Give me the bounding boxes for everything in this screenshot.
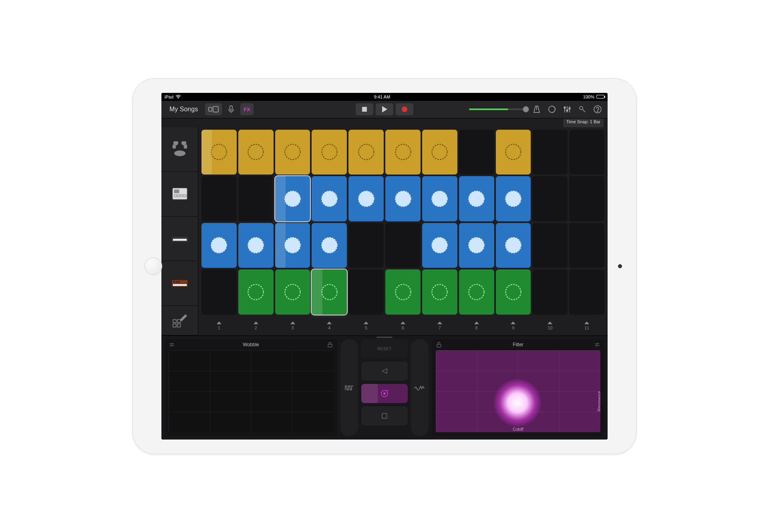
loop-cell[interactable] [348, 269, 384, 315]
lock-icon[interactable] [327, 341, 333, 348]
gater-strip[interactable] [340, 339, 358, 436]
column-trigger[interactable]: 2 [238, 316, 274, 335]
fx-panel: Wobble RESET [161, 335, 608, 440]
device-label: iPad [165, 94, 173, 99]
loop-cell[interactable] [459, 176, 494, 221]
loop-cell[interactable] [238, 176, 274, 221]
settings-button[interactable] [576, 103, 588, 115]
loop-cell[interactable] [496, 223, 531, 268]
svg-point-7 [569, 108, 570, 109]
column-trigger[interactable]: 5 [348, 316, 384, 335]
loop-cell[interactable] [238, 130, 274, 175]
column-trigger[interactable]: 4 [312, 316, 347, 335]
loop-cell[interactable] [496, 130, 531, 175]
wobble-xy-pad[interactable]: Wobble [165, 339, 337, 436]
loop-cell[interactable] [496, 269, 531, 315]
loop-cell[interactable] [275, 130, 310, 175]
master-volume-slider[interactable] [469, 108, 525, 110]
repeater-strip[interactable] [411, 339, 429, 436]
loop-cell[interactable] [201, 223, 237, 268]
view-switcher-button[interactable] [205, 103, 222, 115]
home-button[interactable] [145, 257, 162, 275]
loop-cell[interactable] [422, 176, 457, 221]
column-trigger[interactable]: 6 [385, 316, 421, 335]
loop-cell[interactable] [532, 269, 568, 315]
loop-cell[interactable] [385, 269, 421, 315]
svg-point-37 [285, 145, 300, 160]
loop-cell[interactable] [569, 130, 604, 175]
track-header-keyboard[interactable] [161, 217, 198, 261]
svg-point-43 [285, 191, 300, 206]
lock-icon[interactable] [436, 341, 442, 348]
loop-cell[interactable] [275, 269, 310, 315]
loop-cell[interactable] [201, 269, 237, 315]
column-trigger[interactable]: 10 [532, 316, 568, 335]
svg-rect-64 [328, 344, 332, 347]
svg-rect-32 [173, 324, 176, 327]
mic-button[interactable] [225, 103, 237, 115]
column-trigger[interactable]: 11 [569, 316, 604, 335]
play-button[interactable] [376, 103, 393, 115]
svg-rect-3 [230, 106, 232, 110]
time-snap-button[interactable]: Time Snap: 1 Bar [563, 118, 604, 127]
loop-cell[interactable] [238, 269, 274, 315]
loop-cell[interactable] [459, 130, 494, 175]
loop-cell[interactable] [569, 269, 604, 315]
column-trigger[interactable]: 9 [496, 316, 531, 335]
loop-cell[interactable] [201, 176, 237, 221]
svg-rect-34 [177, 324, 180, 327]
loop-cell[interactable] [348, 130, 384, 175]
column-trigger[interactable]: 3 [275, 316, 310, 335]
swap-icon[interactable] [169, 341, 175, 348]
my-songs-button[interactable]: My Songs [165, 106, 202, 113]
loop-cell[interactable] [569, 223, 604, 268]
loop-cell[interactable] [385, 176, 421, 221]
app-toolbar: My Songs FX [161, 101, 608, 118]
track-header-drums[interactable] [161, 127, 198, 172]
help-button[interactable] [592, 103, 604, 115]
loop-cell[interactable] [385, 223, 421, 268]
record-button[interactable] [396, 103, 413, 115]
loop-cell[interactable] [312, 269, 347, 315]
loop-cell[interactable] [201, 130, 237, 175]
svg-point-46 [395, 191, 411, 206]
wobble-label: Wobble [243, 342, 259, 347]
loop-cell[interactable] [459, 223, 494, 268]
loop-cell[interactable] [422, 223, 457, 268]
reset-button[interactable]: RESET [361, 339, 408, 358]
track-header-synth[interactable] [161, 261, 198, 306]
loop-cell[interactable] [385, 130, 421, 175]
loop-cell[interactable] [312, 130, 347, 175]
reverse-button[interactable] [361, 361, 408, 381]
loop-cell[interactable] [348, 223, 384, 268]
tape-stop-button[interactable] [361, 406, 408, 426]
loop-cell[interactable] [348, 176, 384, 221]
metronome-button[interactable] [531, 103, 543, 115]
fx-button[interactable]: FX [240, 103, 254, 115]
loop-cell[interactable] [496, 176, 531, 221]
loop-cell[interactable] [532, 223, 568, 268]
column-trigger[interactable]: 7 [422, 316, 457, 335]
track-header-drum-machine[interactable] [161, 172, 198, 217]
loop-cell[interactable] [532, 176, 568, 221]
loop-cell[interactable] [275, 223, 310, 268]
filter-xy-pad[interactable]: Filter Cutoff Resonance [432, 339, 604, 436]
loop-cell[interactable] [532, 130, 568, 175]
scratch-button[interactable] [361, 384, 408, 403]
loop-cell[interactable] [312, 223, 347, 268]
loop-cell[interactable] [422, 130, 457, 175]
edit-cells-button[interactable] [161, 306, 198, 335]
loop-cell[interactable] [569, 176, 604, 221]
mixer-button[interactable] [561, 103, 573, 115]
column-trigger[interactable]: 8 [459, 316, 494, 335]
loop-cell[interactable] [459, 269, 494, 315]
loop-cell[interactable] [238, 223, 274, 268]
svg-point-6 [566, 110, 568, 111]
loop-browser-button[interactable] [546, 103, 558, 115]
column-trigger[interactable]: 1 [201, 316, 237, 335]
loop-cell[interactable] [275, 176, 310, 221]
stop-button[interactable] [356, 103, 373, 115]
swap-icon[interactable] [594, 341, 600, 348]
loop-cell[interactable] [312, 176, 347, 221]
loop-cell[interactable] [422, 269, 457, 315]
